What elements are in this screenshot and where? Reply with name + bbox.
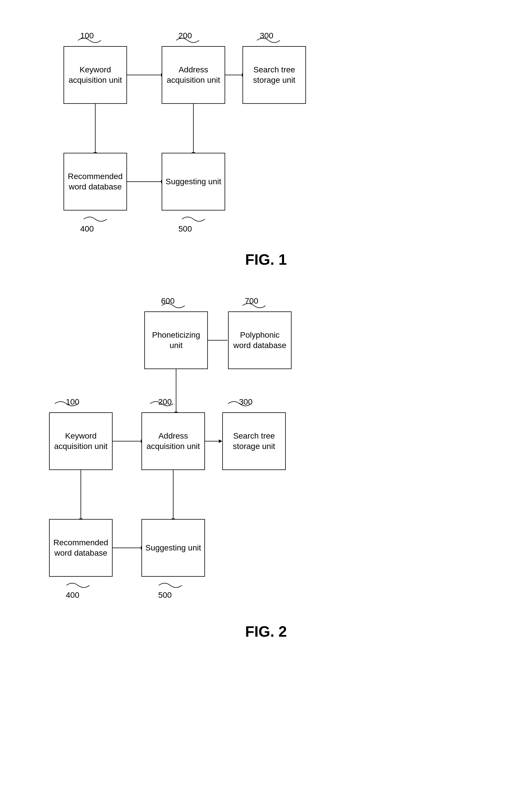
fig2-ref-500: 500 [158, 591, 172, 600]
page: Keyword acquisition unit 100 Address acq… [0, 0, 532, 812]
svg-marker-16 [219, 439, 222, 443]
fig1-box-searchtree: Search tree storage unit [242, 46, 306, 104]
fig2-ref-200: 200 [158, 397, 172, 407]
fig2-ref-100: 100 [66, 397, 79, 407]
fig2-box-phoneticizing: Phoneticizing unit [144, 311, 208, 369]
fig2-box-keyword: Keyword acquisition unit [49, 412, 113, 470]
fig1-box-keyword: Keyword acquisition unit [64, 46, 127, 104]
fig1-ref-500: 500 [178, 224, 192, 234]
fig2-ref-300: 300 [239, 397, 253, 407]
fig2-box-searchtree: Search tree storage unit [222, 412, 286, 470]
fig2-ref-600: 600 [161, 296, 174, 306]
fig2-box-polyphonic: Polyphonic word database [228, 311, 292, 369]
fig2-box-address: Address acquisition unit [141, 412, 205, 470]
fig1-box-address: Address acquisition unit [162, 46, 225, 104]
fig1-ref-200: 200 [178, 31, 192, 40]
fig2-box-recommended: Recommended word database [49, 519, 113, 577]
fig1-box-recommended: Recommended word database [64, 153, 127, 211]
fig2-title: FIG. 2 [0, 623, 532, 640]
fig1-ref-400: 400 [80, 224, 94, 234]
fig1-ref-100: 100 [80, 31, 94, 40]
fig1-ref-300: 300 [260, 31, 274, 40]
fig1-box-suggesting: Suggesting unit [162, 153, 225, 211]
fig2-box-suggesting: Suggesting unit [141, 519, 205, 577]
fig1-title: FIG. 1 [0, 251, 532, 268]
fig2-ref-700: 700 [245, 296, 258, 306]
fig2-ref-400: 400 [66, 591, 79, 600]
